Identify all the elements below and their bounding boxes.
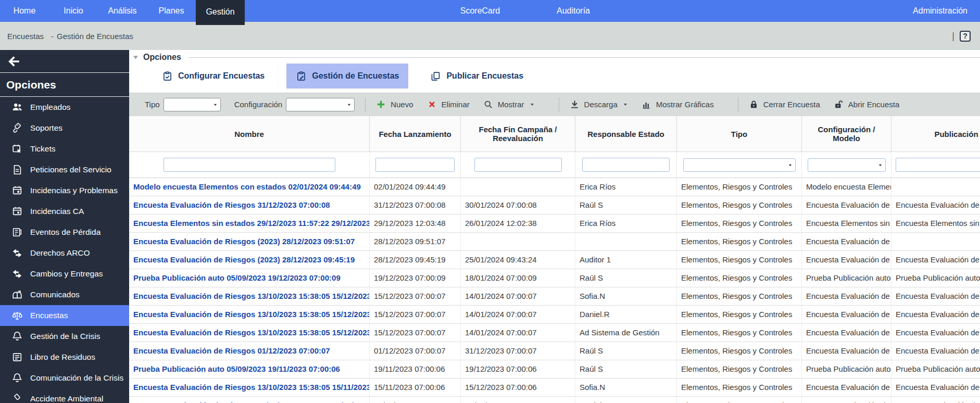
toolbar-button-abrir-encuesta[interactable]: Abrir Encuesta bbox=[834, 99, 899, 109]
table-row[interactable]: Prueba Publicación auto 05/09/2023 19/12… bbox=[129, 269, 980, 287]
filter-input-fecha-lanzamiento[interactable] bbox=[375, 158, 455, 172]
cell-nombre: Encuesta Elementos sin estados 29/12/202… bbox=[129, 215, 370, 232]
toolbar-button-descarga[interactable]: Descarga bbox=[570, 99, 618, 109]
chevron-down-icon[interactable] bbox=[623, 102, 628, 107]
filter-input-fecha-fin-campana-reevaluacion[interactable] bbox=[474, 158, 562, 172]
table-row[interactable]: Encuesta Evaluación de Riesgos 13/10/202… bbox=[129, 324, 980, 342]
header-cell-tipo[interactable]: Tipo bbox=[677, 116, 802, 152]
cell-fecha-lanzamiento: 28/12/2023 09:45:19 bbox=[370, 251, 461, 269]
sidebar-item-cambios-y-entregas[interactable]: Cambios y Entregas bbox=[0, 263, 129, 284]
table-row[interactable]: Encuesta Evaluación de Riesgos 01/12/202… bbox=[129, 342, 980, 360]
header-cell-responsable-estado[interactable]: Responsable Estado bbox=[575, 116, 677, 152]
tab-configurar-encuestas[interactable]: Configurar Encuestas bbox=[153, 64, 274, 89]
header-cell-fecha-fin-campana-reevaluacion[interactable]: Fecha Fin Campaña / Reevaluación bbox=[461, 116, 575, 152]
table-row[interactable]: Encuesta Evaluación de Riesgos 13/10/202… bbox=[129, 397, 980, 403]
table-row[interactable]: Encuesta Evaluación de Riesgos (2023) 28… bbox=[129, 251, 980, 269]
sidebar-item-gestion-de-la-crisis[interactable]: Gestión de la Crisis bbox=[0, 326, 129, 347]
sidebar-item-incidencias-ca[interactable]: Incidencias CA bbox=[0, 201, 129, 222]
cell-tipo: Elementos, Riesgos y Controles bbox=[677, 215, 802, 232]
filter-select-tipo[interactable] bbox=[683, 158, 796, 172]
sidebar-collapse-button[interactable] bbox=[0, 50, 129, 73]
config-filter-select[interactable] bbox=[286, 98, 355, 111]
survey-name-link[interactable]: Prueba Publicación auto 05/09/2023 19/11… bbox=[133, 364, 340, 373]
sidebar-item-empleados[interactable]: Empleados bbox=[0, 97, 129, 118]
survey-name-link[interactable]: Prueba Publicación auto 05/09/2023 19/12… bbox=[133, 273, 341, 282]
filter-input-publicacion[interactable] bbox=[896, 158, 980, 172]
nav-item-planes[interactable]: Planes bbox=[147, 0, 196, 22]
sidebar-item-accidente-ambiental[interactable]: Accidente Ambiental bbox=[0, 388, 129, 403]
sidebar-item-encuestas[interactable]: Encuestas bbox=[0, 305, 129, 326]
cell-nombre: Encuesta Evaluación de Riesgos 13/10/202… bbox=[129, 306, 370, 323]
survey-name-link[interactable]: Encuesta Evaluación de Riesgos 13/10/202… bbox=[133, 310, 370, 319]
type-filter-select[interactable] bbox=[164, 98, 221, 111]
toolbar-button-cerrar-encuesta[interactable]: Cerrar Encuesta bbox=[749, 99, 820, 109]
filter-select-configuracion-modelo[interactable] bbox=[808, 158, 886, 172]
header-cell-configuracion-modelo[interactable]: Configuración / Modelo bbox=[802, 116, 891, 152]
header-cell-fecha-lanzamiento[interactable]: Fecha Lanzamiento bbox=[370, 116, 461, 152]
sidebar-item-tickets[interactable]: Tickets bbox=[0, 138, 129, 159]
filter-input-nombre[interactable] bbox=[164, 158, 335, 172]
nav-item-scorecard[interactable]: ScoreCard bbox=[456, 0, 505, 22]
table-row[interactable]: Encuesta Evaluación de Riesgos 31/12/202… bbox=[129, 196, 980, 215]
cell-publicacion: Encuesta Evaluación de Riesgos bbox=[891, 287, 980, 305]
survey-name-link[interactable]: Modelo encuesta Elementos con estados 02… bbox=[133, 182, 361, 191]
table-row[interactable]: Modelo encuesta Elementos con estados 02… bbox=[129, 178, 980, 196]
tab-label: Publicar Encuestas bbox=[446, 71, 523, 81]
table-row[interactable]: Encuesta Evaluación de Riesgos 13/10/202… bbox=[129, 306, 980, 324]
x-icon bbox=[427, 99, 437, 109]
toolbar-button-eliminar[interactable]: Eliminar bbox=[427, 99, 470, 109]
cell-tipo: Elementos, Riesgos y Controles bbox=[677, 251, 802, 269]
table-row[interactable]: Encuesta Elementos sin estados 29/12/202… bbox=[129, 215, 980, 233]
header-cell-publicacion[interactable]: Publicación bbox=[891, 116, 980, 152]
filter-input-responsable-estado[interactable] bbox=[582, 158, 670, 172]
nav-item-gestion[interactable]: Gestión bbox=[196, 0, 245, 25]
toolbar-button-mostrar[interactable]: Mostrar bbox=[483, 99, 524, 109]
cell-fecha-lanzamiento: 15/12/2023 07:00:07 bbox=[370, 287, 461, 305]
cell-tipo: Elementos, Riesgos y Controles bbox=[677, 306, 802, 323]
sidebar-item-comunicacion-de-la-crisis[interactable]: Comunicación de la Crisis bbox=[0, 368, 129, 388]
divider: | bbox=[952, 31, 954, 42]
nav-item-analisis[interactable]: Análisis bbox=[98, 0, 147, 22]
help-icon[interactable]: ? bbox=[960, 31, 971, 42]
table-row[interactable]: Encuesta Evaluación de Riesgos 13/10/202… bbox=[129, 379, 980, 397]
sidebar-item-peticiones-del-servicio[interactable]: Peticiones del Servicio bbox=[0, 159, 129, 180]
breadcrumb-section: Encuestas bbox=[7, 32, 44, 41]
nav-item-administracion[interactable]: Administración bbox=[900, 0, 980, 22]
toolbar-button-nuevo[interactable]: Nuevo bbox=[376, 99, 413, 109]
cell-fecha-fin-campana-reevaluacion: 14/01/2024 07:00:07 bbox=[461, 287, 575, 305]
survey-name-link[interactable]: Encuesta Evaluación de Riesgos (2023) 28… bbox=[133, 237, 355, 246]
collapse-triangle-icon[interactable] bbox=[132, 54, 139, 61]
cell-nombre: Encuesta Evaluación de Riesgos 13/10/202… bbox=[129, 324, 370, 342]
table-row[interactable]: Prueba Publicación auto 05/09/2023 19/11… bbox=[129, 360, 980, 379]
survey-name-link[interactable]: Encuesta Evaluación de Riesgos 13/10/202… bbox=[133, 292, 370, 300]
cell-fecha-fin-campana-reevaluacion: 14/01/2024 07:00:07 bbox=[461, 306, 575, 323]
tab-gestion-de-encuestas[interactable]: Gestión de Encuestas bbox=[286, 64, 408, 89]
sidebar-item-derechos-arco[interactable]: Derechos ARCO bbox=[0, 243, 129, 263]
nav-item-auditoria[interactable]: Auditoría bbox=[539, 0, 608, 22]
survey-name-link[interactable]: Encuesta Evaluación de Riesgos 01/12/202… bbox=[133, 346, 330, 355]
survey-name-link[interactable]: Encuesta Evaluación de Riesgos 13/10/202… bbox=[133, 401, 370, 403]
cell-configuracion-modelo: Encuesta Evaluación de Riesgos bbox=[802, 379, 891, 396]
sidebar-item-comunicados[interactable]: Comunicados bbox=[0, 284, 129, 305]
sidebar-item-eventos-de-perdida[interactable]: Eventos de Pérdida bbox=[0, 222, 129, 243]
chevron-down-icon[interactable] bbox=[530, 102, 535, 107]
cell-configuracion-modelo: Encuesta Evaluación de Riesgos bbox=[802, 251, 891, 269]
header-cell-nombre[interactable]: Nombre bbox=[129, 116, 370, 152]
survey-name-link[interactable]: Encuesta Evaluación de Riesgos (2023) 28… bbox=[133, 255, 355, 264]
toolbar-button-label: Mostrar bbox=[498, 100, 524, 109]
nav-item-home[interactable]: Home bbox=[0, 0, 49, 22]
tab-publicar-encuestas[interactable]: Publicar Encuestas bbox=[421, 64, 533, 89]
survey-name-link[interactable]: Encuesta Evaluación de Riesgos 13/10/202… bbox=[133, 383, 370, 392]
survey-name-link[interactable]: Encuesta Evaluación de Riesgos 31/12/202… bbox=[133, 200, 330, 209]
breadcrumb-bar: Encuestas - Gestión de Encuestas | ? bbox=[0, 22, 980, 50]
survey-name-link[interactable]: Encuesta Elementos sin estados 29/12/202… bbox=[133, 219, 370, 228]
sidebar-item-soportes[interactable]: Soportes bbox=[0, 118, 129, 138]
sidebar-item-incidencias-y-problemas[interactable]: Incidencias y Problemas bbox=[0, 180, 129, 201]
table-row[interactable]: Encuesta Evaluación de Riesgos (2023) 28… bbox=[129, 233, 980, 251]
sidebar-item-libro-de-residuos[interactable]: Libro de Residuos bbox=[0, 347, 129, 368]
cell-tipo: Elementos, Riesgos y Controles bbox=[677, 379, 802, 396]
toolbar-button-mostrar-graficas[interactable]: Mostrar Gráficas bbox=[642, 99, 714, 109]
table-row[interactable]: Encuesta Evaluación de Riesgos 13/10/202… bbox=[129, 287, 980, 306]
survey-name-link[interactable]: Encuesta Evaluación de Riesgos 13/10/202… bbox=[133, 328, 370, 337]
nav-item-inicio[interactable]: Inicio bbox=[49, 0, 98, 22]
